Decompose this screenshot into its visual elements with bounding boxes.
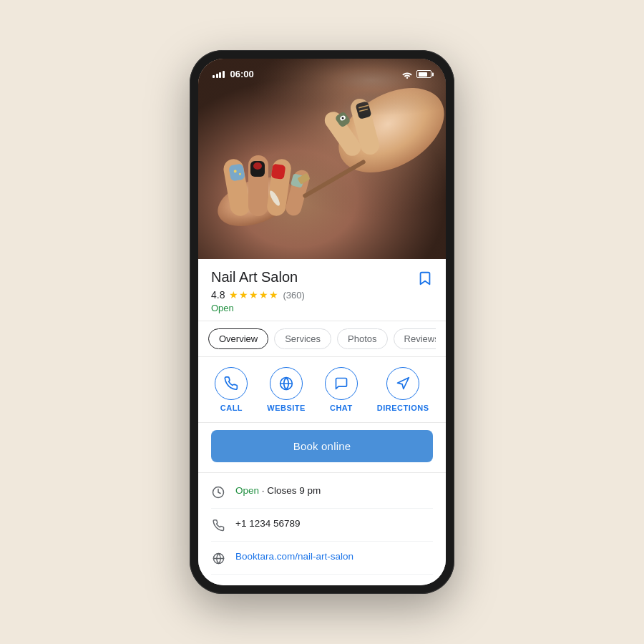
actions-section: CALL WEBSITE [198,357,446,423]
hours-text: Open · Closes 9 pm [235,484,321,498]
tab-overview[interactable]: Overview [208,328,268,349]
services-row: Services: Basic Manicure, Basic Pedicure… [211,575,433,585]
business-name: Nail Art Salon [211,269,298,286]
info-section: Nail Art Salon 4.8 ★ ★ ★ ★ ★ (360) [198,259,446,321]
svg-marker-30 [398,378,409,389]
tabs-section: Overview Services Photos Reviews By owne… [198,321,446,357]
clock-icon [211,485,225,499]
chat-label: CHAT [330,404,353,412]
globe-icon [211,551,225,565]
call-button[interactable]: CALL [215,367,248,412]
tab-services[interactable]: Services [274,328,331,349]
directions-button[interactable]: DIRECTIONS [377,367,429,412]
website-row: Booktara.com/nail-art-salon [211,542,433,575]
tab-photos[interactable]: Photos [337,328,387,349]
website-text[interactable]: Booktara.com/nail-art-salon [235,550,353,564]
phone-icon [211,518,225,532]
status-time: 06:00 [230,69,254,79]
content-area: Nail Art Salon 4.8 ★ ★ ★ ★ ★ (360) [198,259,446,585]
review-count: (360) [283,290,304,301]
hero-image: 06:00 [198,59,446,259]
phone-frame: 06:00 [190,50,454,594]
phone-row: +1 1234 56789 [211,509,433,542]
book-online-button[interactable]: Book online [211,430,433,462]
bookmark-icon[interactable] [417,270,433,286]
chat-button[interactable]: CHAT [325,367,358,412]
hours-row: Open · Closes 9 pm [211,476,433,509]
rating-number: 4.8 [211,289,225,301]
stars: ★ ★ ★ ★ ★ [229,289,278,301]
detail-rows: Open · Closes 9 pm +1 1234 56789 [198,473,446,585]
services-icon [211,584,225,585]
website-label: WEBSITE [267,404,306,412]
svg-point-10 [253,162,262,170]
services-text: Services: Basic Manicure, Basic Pedicure… [235,583,433,585]
phone-text[interactable]: +1 1234 56789 [235,517,300,531]
tab-reviews[interactable]: Reviews [394,328,436,349]
website-button[interactable]: WEBSITE [267,367,306,412]
phone-screen: 06:00 [198,59,446,585]
directions-label: DIRECTIONS [377,404,429,412]
call-label: CALL [220,404,243,412]
svg-rect-12 [271,164,286,180]
open-status: Open [211,303,433,313]
book-section: Book online [198,423,446,473]
